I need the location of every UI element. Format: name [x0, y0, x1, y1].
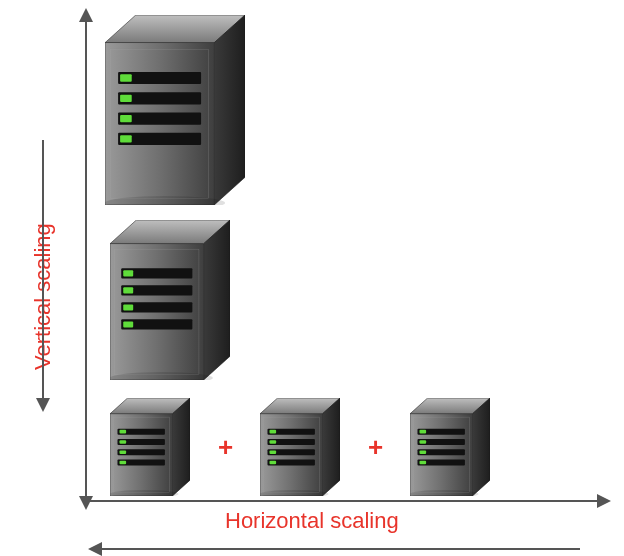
plus-1: + [218, 432, 233, 463]
svg-rect-61 [419, 450, 426, 454]
x-axis-line [85, 500, 599, 502]
svg-rect-44 [269, 430, 276, 434]
scaling-diagram: Vertical scaling Horizontal scaling [0, 0, 624, 556]
svg-rect-46 [269, 440, 276, 444]
arrowhead-down-small-icon [36, 398, 50, 412]
svg-rect-31 [119, 430, 126, 434]
x-axis-label: Horizontal scaling [225, 508, 399, 534]
y-axis-line [85, 18, 87, 498]
svg-rect-35 [119, 450, 126, 454]
svg-rect-50 [269, 461, 276, 465]
svg-rect-37 [119, 461, 126, 465]
server-small-3-icon [410, 398, 490, 496]
svg-rect-57 [419, 430, 426, 434]
svg-rect-22 [123, 304, 133, 310]
y-axis-back-line [42, 140, 44, 400]
svg-rect-33 [119, 440, 126, 444]
svg-rect-59 [419, 440, 426, 444]
svg-marker-27 [172, 398, 190, 496]
plus-2: + [368, 432, 383, 463]
arrowhead-down-icon [79, 496, 93, 510]
svg-rect-7 [120, 95, 132, 102]
svg-marker-14 [204, 220, 230, 380]
arrowhead-left-icon [88, 542, 102, 556]
svg-rect-20 [123, 287, 133, 293]
arrowhead-right-icon [597, 494, 611, 508]
svg-rect-63 [419, 461, 426, 465]
server-small-1-icon [110, 398, 190, 496]
svg-rect-24 [123, 321, 133, 327]
svg-rect-18 [123, 270, 133, 276]
svg-rect-9 [120, 115, 132, 122]
svg-rect-11 [120, 135, 132, 142]
server-small-2-icon [260, 398, 340, 496]
svg-rect-5 [120, 74, 132, 81]
x-axis-back-line [100, 548, 580, 550]
svg-marker-40 [322, 398, 340, 496]
svg-marker-53 [472, 398, 490, 496]
server-big-icon [105, 15, 245, 205]
svg-marker-1 [214, 15, 245, 205]
server-medium-icon [110, 220, 230, 380]
svg-rect-48 [269, 450, 276, 454]
arrowhead-up-icon [79, 8, 93, 22]
